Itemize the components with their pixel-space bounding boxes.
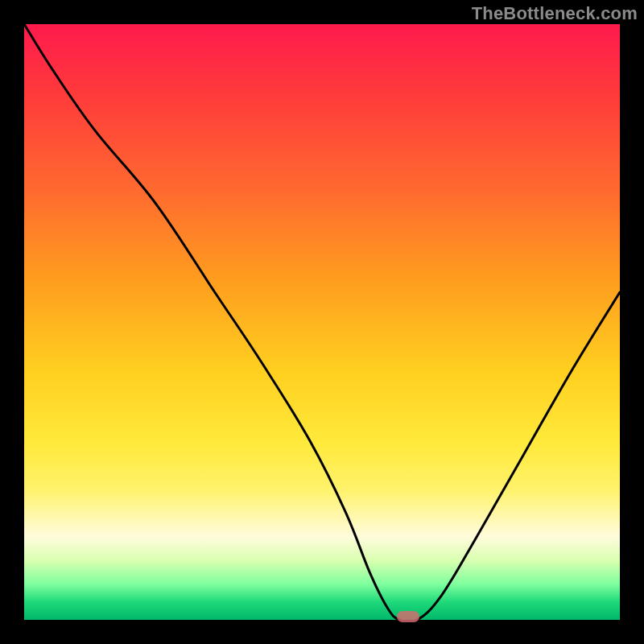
chart-frame: TheBottleneck.com bbox=[0, 0, 644, 644]
optimal-marker bbox=[397, 611, 419, 622]
bottleneck-curve bbox=[24, 24, 620, 620]
plot-area bbox=[24, 24, 620, 620]
watermark-text: TheBottleneck.com bbox=[472, 3, 638, 24]
